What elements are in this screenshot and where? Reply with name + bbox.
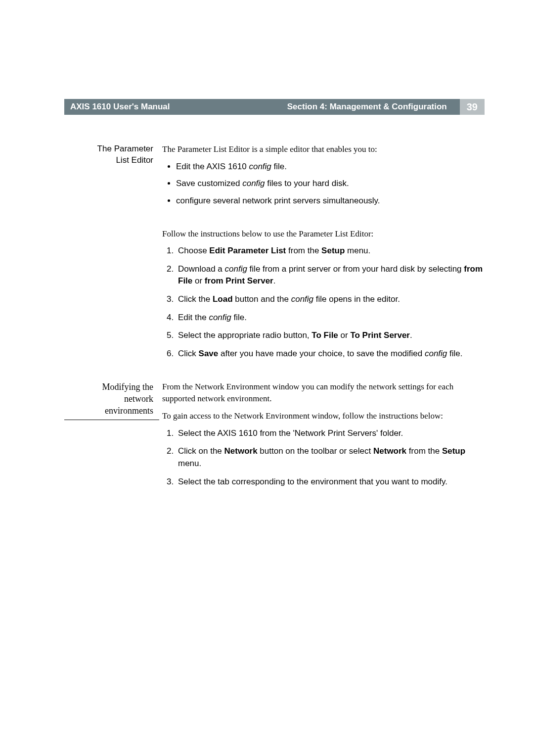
text: Select the AXIS 1610 from the 'Network P… xyxy=(178,428,403,438)
lead-text: Follow the instructions below to use the… xyxy=(162,228,485,240)
text: Edit the AXIS 1610 xyxy=(176,162,249,171)
step-item: Click Save after you have made your choi… xyxy=(176,348,485,360)
ordered-steps: Select the AXIS 1610 from the 'Network P… xyxy=(162,427,485,488)
text: button and the xyxy=(233,294,291,304)
bullet-item: Save customized config files to your har… xyxy=(176,178,485,190)
text: Edit the xyxy=(178,313,209,322)
section-modifying-network: Modifying the network environments From … xyxy=(64,381,485,495)
bullet-item: Edit the AXIS 1610 config file. xyxy=(176,161,485,173)
step-item: Edit the config file. xyxy=(176,312,485,324)
text: Choose xyxy=(178,246,209,255)
text: button on the toolbar or select xyxy=(258,446,373,456)
text: from the xyxy=(406,446,442,456)
side-label-line: environments xyxy=(105,406,153,416)
header-left: AXIS 1610 User's Manual Section 4: Manag… xyxy=(64,99,460,115)
text: or xyxy=(192,276,205,285)
bold-text: To Print Server xyxy=(350,331,410,340)
paragraph: To gain access to the Network Environmen… xyxy=(162,410,485,423)
page-number: 39 xyxy=(460,99,485,115)
text: menu. xyxy=(178,459,201,468)
side-label-line: Modifying the xyxy=(102,382,154,392)
step-item: Download a config file from a print serv… xyxy=(176,263,485,287)
text: Click the xyxy=(178,294,213,304)
italic-text: config xyxy=(225,264,247,274)
text: file from a print server or from your ha… xyxy=(247,264,464,274)
bold-text: Save xyxy=(199,349,219,358)
side-label-line: The Parameter xyxy=(97,144,153,153)
step-item: Select the appropriate radio button, To … xyxy=(176,330,485,342)
page: AXIS 1610 User's Manual Section 4: Manag… xyxy=(0,0,534,524)
bold-text: Edit Parameter List xyxy=(209,246,286,255)
bold-text: from Print Server xyxy=(205,276,273,285)
ordered-steps: Choose Edit Parameter List from the Setu… xyxy=(162,245,485,360)
bold-text: To File xyxy=(312,331,338,340)
intro-text: The Parameter List Editor is a simple ed… xyxy=(162,143,485,156)
text: Select the tab corresponding to the envi… xyxy=(178,477,447,486)
text: configure several network print servers … xyxy=(176,196,380,205)
text: Click xyxy=(178,349,199,358)
bullet-item: configure several network print servers … xyxy=(176,195,485,207)
side-label-parameter: The Parameter List Editor xyxy=(64,143,162,166)
bullet-list: Edit the AXIS 1610 config file. Save cus… xyxy=(162,161,485,207)
text: from the xyxy=(286,246,321,255)
step-item: Select the tab corresponding to the envi… xyxy=(176,476,485,488)
bold-text: Setup xyxy=(321,246,345,255)
text: file. xyxy=(447,349,462,358)
italic-text: config xyxy=(242,179,265,188)
step-item: Choose Edit Parameter List from the Setu… xyxy=(176,245,485,257)
italic-text: config xyxy=(249,162,271,171)
text: after you have made your choice, to save… xyxy=(218,349,425,358)
bold-text: Setup xyxy=(442,446,465,456)
section-title: Section 4: Management & Configuration xyxy=(287,102,452,112)
section-parameter-list-editor: The Parameter List Editor The Parameter … xyxy=(64,143,485,367)
side-label-line: network xyxy=(124,394,153,404)
text: Click on the xyxy=(178,446,224,456)
section1-body: The Parameter List Editor is a simple ed… xyxy=(162,143,485,367)
step-item: Select the AXIS 1610 from the 'Network P… xyxy=(176,427,485,440)
text: menu. xyxy=(345,246,370,255)
side-label-modifying: Modifying the network environments xyxy=(64,381,162,417)
section2-body: From the Network Environment window you … xyxy=(162,381,485,495)
italic-text: config xyxy=(425,349,447,358)
italic-text: config xyxy=(209,313,231,322)
page-header: AXIS 1610 User's Manual Section 4: Manag… xyxy=(64,99,485,115)
text: file. xyxy=(271,162,287,171)
bold-text: Network xyxy=(373,446,406,456)
text: . xyxy=(410,331,412,340)
manual-title: AXIS 1610 User's Manual xyxy=(70,102,170,112)
italic-text: config xyxy=(291,294,313,304)
text: Select the appropriate radio button, xyxy=(178,331,312,340)
step-item: Click on the Network button on the toolb… xyxy=(176,445,485,470)
content: The Parameter List Editor The Parameter … xyxy=(64,143,485,495)
text: . xyxy=(273,276,276,285)
text: files to your hard disk. xyxy=(265,179,349,188)
side-label-line: List Editor xyxy=(116,155,153,165)
text: file. xyxy=(231,313,247,322)
step-item: Click the Load button and the config fil… xyxy=(176,293,485,306)
paragraph: From the Network Environment window you … xyxy=(162,381,485,405)
text: Download a xyxy=(178,264,225,274)
text: Save customized xyxy=(176,179,242,188)
bold-text: Network xyxy=(224,446,258,456)
bold-text: Load xyxy=(213,294,233,304)
text: or xyxy=(338,331,351,340)
text: file opens in the editor. xyxy=(313,294,400,304)
